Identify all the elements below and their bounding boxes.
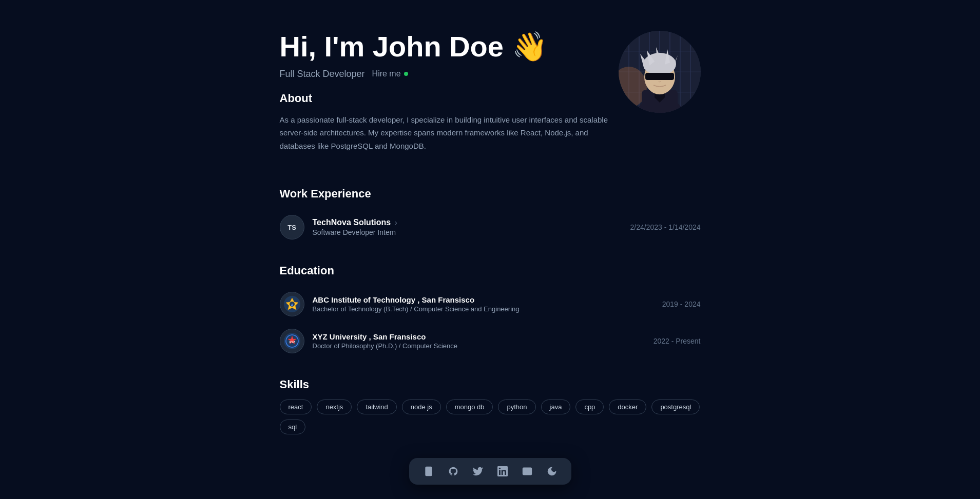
skill-badge[interactable]: cpp: [575, 400, 604, 414]
skill-badge[interactable]: mongo db: [446, 400, 493, 414]
company-logo: TS: [280, 215, 304, 239]
resume-icon[interactable]: [421, 464, 436, 478]
company-name[interactable]: TechNova Solutions: [313, 218, 391, 227]
theme-icon[interactable]: [545, 464, 559, 478]
skills-title: Skills: [280, 378, 701, 391]
education-left-1: A ABC Institute of Technology , San Fran…: [280, 292, 520, 316]
skills-container: reactnextjstailwindnode jsmongo dbpython…: [280, 400, 701, 434]
edu-date-2: 2022 - Present: [654, 337, 701, 345]
skill-badge[interactable]: sql: [280, 420, 306, 434]
skill-badge[interactable]: python: [498, 400, 535, 414]
linkedin-icon[interactable]: [495, 464, 510, 478]
skill-badge[interactable]: nextjs: [317, 400, 352, 414]
experience-date: 2/24/2023 - 1/14/2024: [630, 223, 700, 231]
edu-degree-2: Doctor of Philosophy (Ph.D.) / Computer …: [313, 342, 458, 350]
education-section: Education A ABC Institute of Technology …: [280, 264, 701, 360]
edu-date-1: 2019 - 2024: [662, 300, 701, 308]
hero-title: Hi, I'm John Doe 👋: [280, 31, 619, 63]
work-experience-section: Work Experience TS TechNova Solutions › …: [280, 187, 701, 246]
edu-institute-2: XYZ University , San Fransisco: [313, 332, 458, 341]
about-title: About: [280, 92, 619, 105]
experience-item: TS TechNova Solutions › Software Develop…: [280, 209, 701, 246]
skill-badge[interactable]: tailwind: [357, 400, 396, 414]
email-icon[interactable]: [520, 464, 534, 478]
svg-text:A: A: [291, 303, 293, 307]
edu-logo-2: XYZ: [280, 329, 304, 353]
subtitle-row: Full Stack Developer Hire me: [280, 69, 619, 79]
skill-badge[interactable]: java: [541, 400, 571, 414]
skill-badge[interactable]: postgresql: [651, 400, 700, 414]
education-item-1: A ABC Institute of Technology , San Fran…: [280, 286, 701, 323]
edu-info-2: XYZ University , San Fransisco Doctor of…: [313, 332, 458, 350]
svg-rect-22: [645, 73, 674, 80]
svg-text:XYZ: XYZ: [289, 341, 295, 344]
edu-institute-1: ABC Institute of Technology , San Fransi…: [313, 295, 520, 304]
skill-badge[interactable]: docker: [609, 400, 646, 414]
edu-logo-1: A: [280, 292, 304, 316]
online-indicator: [404, 72, 408, 76]
header-left: Hi, I'm John Doe 👋 Full Stack Developer …: [280, 31, 619, 171]
company-role: Software Developer Intern: [313, 228, 397, 236]
skill-badge[interactable]: react: [280, 400, 312, 414]
education-left-2: XYZ XYZ University , San Fransisco Docto…: [280, 329, 458, 353]
greeting-text: Hi, I'm John Doe: [280, 30, 504, 63]
edu-info-1: ABC Institute of Technology , San Fransi…: [313, 295, 520, 313]
main-container: Hi, I'm John Doe 👋 Full Stack Developer …: [280, 31, 701, 453]
twitter-icon[interactable]: [471, 464, 485, 478]
edu-degree-1: Bachelor of Technology (B.Tech) / Comput…: [313, 305, 520, 313]
hire-me-button[interactable]: Hire me: [372, 69, 408, 78]
wave-emoji: 👋: [512, 30, 548, 63]
education-title: Education: [280, 264, 701, 277]
company-name-row: TechNova Solutions ›: [313, 218, 397, 227]
header: Hi, I'm John Doe 👋 Full Stack Developer …: [280, 31, 701, 171]
hire-me-label: Hire me: [372, 69, 401, 78]
work-experience-title: Work Experience: [280, 187, 701, 201]
education-item-2: XYZ XYZ University , San Fransisco Docto…: [280, 323, 701, 360]
job-title: Full Stack Developer: [280, 69, 365, 79]
company-info: TechNova Solutions › Software Developer …: [313, 218, 397, 236]
chevron-right-icon: ›: [395, 218, 397, 227]
skills-section: Skills reactnextjstailwindnode jsmongo d…: [280, 378, 701, 434]
skill-badge[interactable]: node js: [402, 400, 441, 414]
about-text: As a passionate full-stack developer, I …: [280, 113, 619, 153]
experience-left: TS TechNova Solutions › Software Develop…: [280, 215, 397, 239]
avatar: [619, 31, 701, 113]
company-logo-text: TS: [287, 224, 296, 231]
toolbar: [409, 458, 571, 485]
github-icon[interactable]: [446, 464, 460, 478]
about-section: About As a passionate full-stack develop…: [280, 92, 619, 153]
